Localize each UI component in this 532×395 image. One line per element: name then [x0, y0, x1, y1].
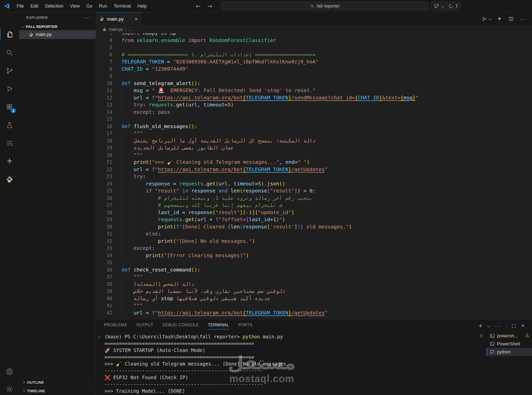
code-line-22[interactable]: 22url = f"https://api.telegram.org/bot{T…	[96, 166, 493, 173]
panel-tab-bar: PROBLEMSOUTPUTDEBUG CONSOLETERMINALPORTS	[96, 319, 532, 330]
command-decoration[interactable]: ○	[98, 334, 100, 340]
code-line-30[interactable]: 30print(f"[Done] Cleared {len(response['…	[96, 223, 493, 230]
code-line-26[interactable]: 26# بنجيب رقم آخر رسالة ونزود عليه 1، ون…	[96, 194, 493, 202]
terminal-output[interactable]: ○(base) PS C:\Users\l7ash\Desktop\fall r…	[104, 333, 289, 394]
sidebar-title: EXPLORER	[26, 15, 48, 20]
code-line-7[interactable]: 7TELEGRAM_TOKEN = "8283089308:AAE7XgW1xl…	[96, 58, 493, 65]
code-line-11[interactable]: 11msg = " 🚨 EMERGENCY: Fall Detected! Se…	[96, 87, 493, 94]
code-line-16[interactable]: 16def flush_old_messages():	[96, 123, 493, 130]
code-line-8[interactable]: 8CHAT_ID = "1230074449"	[96, 65, 493, 73]
menu-terminal[interactable]: Terminal	[110, 2, 134, 10]
source-control-icon[interactable]	[0, 63, 19, 78]
explorer-activity-icon[interactable]	[0, 27, 19, 42]
breadcrumb[interactable]: main.py › …	[96, 26, 532, 33]
code-line-6[interactable]: 6# ==================== 1. إعدادات التلي…	[96, 51, 493, 58]
code-line-23[interactable]: 23try:	[96, 173, 493, 180]
code-line-9[interactable]: 9	[96, 72, 493, 80]
outline-section[interactable]: OUTLINE	[19, 378, 96, 386]
panel-tab-ports[interactable]: PORTS	[238, 323, 252, 330]
code-line-37[interactable]: 37"""	[96, 273, 493, 281]
panel-more-button[interactable]: ···	[495, 323, 501, 329]
code-line-25[interactable]: 25if "result" in response and len(respon…	[96, 187, 493, 194]
menu-help[interactable]: Help	[134, 2, 150, 10]
copilot-control[interactable]: 1	[431, 2, 461, 10]
layout-panel-icon[interactable]	[0, 135, 19, 151]
code-line-5[interactable]: 5	[96, 44, 493, 51]
menu-edit[interactable]: Edit	[27, 2, 42, 10]
code-line-3[interactable]: 3import numpy as np	[96, 33, 493, 37]
menu-go[interactable]: Go	[83, 2, 96, 10]
code-line-19[interactable]: 19عشان الطابور يفضى للرسايل الجديدة	[96, 144, 493, 151]
extensions-icon[interactable]: 1	[0, 99, 19, 115]
menu-selection[interactable]: Selection	[42, 2, 67, 10]
testing-beaker-icon[interactable]	[0, 117, 19, 133]
code-line-14[interactable]: 14except: pass	[96, 108, 493, 116]
back-button[interactable]: ←	[196, 3, 200, 9]
chevron-down-icon[interactable]	[487, 324, 490, 327]
code-line-27[interactable]: 27# ف تليجرام بيفهم إننا قرينا كله وبيمس…	[96, 202, 493, 209]
panel-tab-output[interactable]: OUTPUT	[136, 323, 153, 330]
code-line-38[interactable]: 38دالة الفحص (المعدلة)	[96, 281, 493, 288]
code-line-4[interactable]: 4from sklearn.ensemble import RandomFore…	[96, 37, 493, 44]
code-line-33[interactable]: 33except:	[96, 245, 493, 252]
code-editor[interactable]: 3import numpy as np4from sklearn.ensembl…	[96, 33, 493, 319]
tab-mainpy[interactable]: main.py ×	[96, 12, 142, 25]
settings-gear-icon[interactable]	[0, 381, 19, 395]
terminal-instance-PowerShell[interactable]: PowerShell ...	[486, 340, 532, 348]
command-center-search[interactable]: fall reporter	[221, 2, 428, 10]
code-text: else:	[122, 230, 161, 238]
file-name: main.py	[36, 32, 52, 37]
code-line-12[interactable]: 12url = f"https://api.telegram.org/bot{T…	[96, 94, 493, 101]
maximize-panel-icon[interactable]	[511, 324, 516, 328]
panel-tab-problems[interactable]: PROBLEMS	[104, 323, 127, 330]
panel-tab-debug-console[interactable]: DEBUG CONSOLE	[162, 323, 199, 330]
terminal-scrollbar[interactable]	[480, 334, 482, 338]
split-editor-icon[interactable]	[508, 16, 514, 22]
menu-view[interactable]: View	[67, 2, 83, 10]
code-line-17[interactable]: 17"""	[96, 130, 493, 137]
forward-button[interactable]: →	[207, 3, 212, 9]
code-line-15[interactable]: 15	[96, 115, 493, 123]
sidebar-more-button[interactable]: ···	[84, 15, 91, 20]
menu-file[interactable]: File	[13, 2, 27, 10]
code-line-13[interactable]: 13try: requests.get(url, timeout=5)	[96, 101, 493, 108]
copilot-edit-icon[interactable]	[497, 16, 502, 22]
code-line-28[interactable]: 28last_id = response["result"][-1]["upda…	[96, 209, 493, 216]
code-line-10[interactable]: 10def send_telegram_alert():	[96, 80, 493, 87]
new-terminal-button[interactable]: +	[479, 322, 482, 329]
timeline-section[interactable]: TIMELINE	[19, 386, 96, 395]
run-debug-icon[interactable]	[0, 81, 19, 97]
account-icon[interactable]	[0, 364, 19, 379]
menu-run[interactable]: Run	[96, 2, 110, 10]
run-python-button[interactable]	[481, 16, 491, 22]
sidebar-header: EXPLORER ···	[19, 12, 96, 23]
terminal-instance-python[interactable]: python	[486, 348, 532, 356]
code-line-24[interactable]: 24response = requests.get(url, timeout=5…	[96, 180, 493, 187]
code-line-34[interactable]: 34print("[Error clearing messages]")	[96, 252, 493, 259]
line-number: 16	[96, 123, 112, 130]
code-line-18[interactable]: 18دالة المكنسة: بتمسح كل الرسايل القديمة…	[96, 137, 493, 144]
file-item-mainpy[interactable]: main.py	[19, 30, 96, 39]
code-line-20[interactable]: 20"""	[96, 151, 493, 159]
terminal-instance-powersh[interactable]: powersh...	[486, 332, 532, 340]
code-line-41[interactable]: 41"""	[96, 302, 493, 309]
tab-close-button[interactable]: ×	[135, 16, 138, 22]
code-line-42[interactable]: 42url = f"https://api.telegram.org/bot{T…	[96, 309, 493, 317]
code-line-21[interactable]: 21print(">>> 🧹 Cleaning old Telegram mes…	[96, 159, 493, 166]
code-line-36[interactable]: 36def check_reset_command():	[96, 266, 493, 273]
more-actions-button[interactable]: ···	[520, 16, 526, 22]
panel-tab-terminal[interactable]: TERMINAL	[208, 323, 229, 330]
python-activity-icon[interactable]	[0, 172, 19, 187]
search-activity-icon[interactable]	[0, 45, 19, 60]
code-line-31[interactable]: 31else:	[96, 230, 493, 238]
folder-section-fall-reporter[interactable]: FALL REPORTER	[19, 23, 96, 30]
code-line-32[interactable]: 32print("[Done] No old messages.")	[96, 238, 493, 245]
terminal-line: ----------------------------------------…	[104, 367, 289, 374]
copilot-activity-icon[interactable]	[0, 153, 19, 169]
close-panel-button[interactable]: ×	[521, 323, 524, 329]
code-text: دالة الفحص (المعدلة)	[122, 281, 194, 288]
code-line-39[interactable]: 39دلوقتي مش محتاجين نقارن وقت، لأننا نضف…	[96, 288, 493, 295]
code-line-40[interactable]: 40أي رسالة stop جديدة أكيد هتبقى دلوقتي …	[96, 295, 493, 302]
code-line-29[interactable]: 29requests.get(url + f"?offset={last_id+…	[96, 216, 493, 223]
code-line-35[interactable]: 35	[96, 259, 493, 266]
